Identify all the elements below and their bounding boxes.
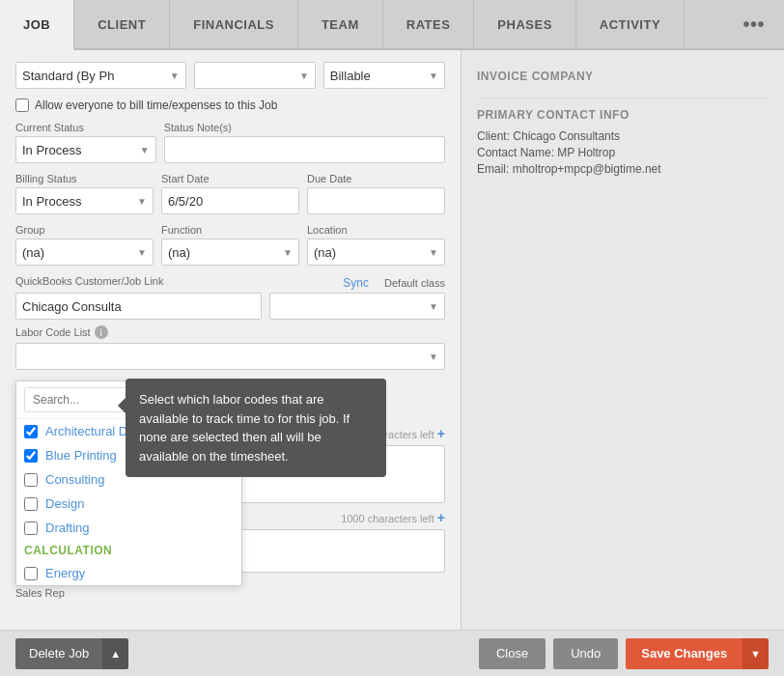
default-class-label: Default class (384, 277, 445, 289)
checkbox-blue-printing[interactable] (24, 449, 38, 463)
labor-code-select[interactable] (15, 343, 445, 370)
list-item-drafting[interactable]: Drafting (16, 516, 241, 540)
labor-code-label: Labor Code List i (15, 325, 445, 339)
list-item-design[interactable]: Design (16, 492, 241, 516)
quickbooks-label: QuickBooks Customer/Job Link (15, 275, 163, 287)
save-changes-button[interactable]: Save Changes ▼ (626, 638, 769, 669)
tab-financials[interactable]: FINANCIALS (170, 0, 298, 48)
sales-rep-label: Sales Rep (15, 587, 65, 599)
list-item-energy[interactable]: Energy (16, 561, 241, 585)
allow-everyone-row: Allow everyone to bill time/expenses to … (15, 99, 445, 112)
allow-everyone-checkbox[interactable] (15, 99, 29, 112)
function-label: Function (161, 224, 299, 236)
bottom-bar: Delete Job ▲ Close Undo Save Changes ▼ (0, 630, 784, 676)
status-notes-input[interactable] (164, 136, 445, 163)
delete-job-arrow-button[interactable]: ▲ (102, 638, 128, 669)
due-date-input[interactable] (307, 187, 445, 214)
billing-extra-select[interactable] (194, 62, 316, 89)
more-options-button[interactable]: ••• (723, 0, 784, 48)
tab-phases[interactable]: PHASES (474, 0, 575, 48)
calculation-label: CALCULATION (16, 540, 241, 561)
checkbox-consulting[interactable] (24, 473, 38, 487)
delete-job-main-button[interactable]: Delete Job (15, 638, 102, 669)
right-panel: INVOICE COMPANY PRIMARY CONTACT INFO Cli… (462, 50, 784, 630)
checkbox-design[interactable] (24, 497, 38, 511)
save-changes-main-button[interactable]: Save Changes (626, 638, 742, 669)
checkbox-drafting[interactable] (24, 521, 38, 535)
checkbox-architectural-design[interactable] (24, 425, 38, 438)
tab-job[interactable]: JOB (0, 0, 74, 50)
group-select[interactable]: (na) (15, 239, 154, 266)
delete-job-button[interactable]: Delete Job ▲ (15, 638, 128, 669)
invoice-company-title: INVOICE COMPANY (477, 70, 769, 83)
tab-activity[interactable]: ACTIVITY (576, 0, 685, 48)
current-status-select[interactable]: In Process (15, 136, 156, 163)
labor-code-info-icon[interactable]: i (95, 325, 108, 339)
sync-link[interactable]: Sync (343, 276, 369, 290)
right-actions: Close Undo Save Changes ▼ (479, 638, 769, 669)
email: Email: mholtrop+mpcp@bigtime.net (477, 162, 769, 176)
quickbooks-input[interactable] (15, 293, 262, 320)
tab-team[interactable]: TEAM (298, 0, 383, 48)
undo-button[interactable]: Undo (553, 638, 618, 669)
contact-info: Client: Chicago Consultants Contact Name… (477, 129, 769, 176)
location-label: Location (307, 224, 445, 236)
main-layout: Standard (By Ph Billable (0, 50, 784, 630)
billing-status-label: Billing Status (15, 173, 154, 184)
invoice-company-section: INVOICE COMPANY (477, 70, 769, 99)
due-date-label: Due Date (307, 173, 445, 184)
save-changes-arrow-button[interactable]: ▼ (742, 638, 769, 669)
billing-status-select[interactable]: In Process (15, 187, 154, 214)
billing-method-select[interactable]: Standard (By Ph (15, 62, 186, 89)
billing-type-select[interactable]: Billable (323, 62, 445, 89)
tab-bar: JOB CLIENT FINANCIALS TEAM RATES PHASES … (0, 0, 784, 50)
status-notes-label: Status Note(s) (164, 122, 445, 133)
status-row: Current Status In Process Status Note(s) (15, 122, 445, 163)
client-name: Client: Chicago Consultants (477, 129, 769, 143)
start-date-input[interactable] (161, 187, 299, 214)
start-date-label: Start Date (161, 173, 299, 184)
add-btn-2[interactable]: + (437, 510, 445, 525)
primary-contact-title: PRIMARY CONTACT INFO (477, 108, 769, 122)
current-status-label: Current Status (15, 122, 156, 133)
group-function-location-row: Group (na) Function (na) Location (15, 224, 445, 266)
tooltip-box: Select which labor codes that are availa… (126, 379, 386, 477)
tab-rates[interactable]: RATES (383, 0, 475, 48)
contact-name: Contact Name: MP Holtrop (477, 146, 769, 159)
group-label: Group (15, 224, 154, 236)
left-panel: Standard (By Ph Billable (0, 50, 462, 630)
billing-dates-row: Billing Status In Process Start Date Due… (15, 173, 445, 214)
checkbox-energy[interactable] (24, 567, 38, 580)
add-btn-1[interactable]: + (437, 426, 445, 441)
function-select[interactable]: (na) (161, 239, 299, 266)
location-select[interactable]: (na) (307, 239, 445, 266)
billing-row: Standard (By Ph Billable (15, 62, 445, 89)
tab-client[interactable]: CLIENT (74, 0, 170, 48)
default-class-select[interactable] (269, 293, 445, 320)
allow-everyone-label: Allow everyone to bill time/expenses to … (35, 99, 277, 112)
close-button[interactable]: Close (479, 638, 546, 669)
